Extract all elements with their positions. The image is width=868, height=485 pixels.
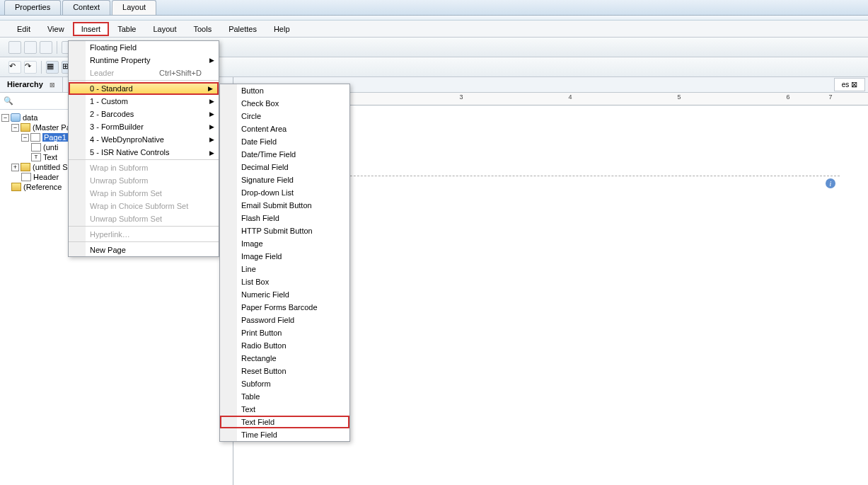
submenu-paper-barcode[interactable]: Paper Forms Barcode — [220, 301, 349, 314]
close-icon[interactable]: ⊠ — [50, 81, 55, 89]
menu-webdynpro[interactable]: 4 - WebDynproNative▶ — [69, 133, 219, 146]
submenu-signature-field[interactable]: Signature Field — [220, 173, 349, 186]
page-icon — [31, 143, 41, 152]
menu-floating-field[interactable]: Floating Field — [69, 41, 219, 54]
menu-label: New Page — [90, 246, 126, 254]
submenu-http-submit[interactable]: HTTP Submit Button — [220, 224, 349, 237]
menu-view[interactable]: View — [39, 22, 73, 36]
menu-edit[interactable]: Edit — [8, 22, 39, 36]
tab-properties[interactable]: Properties — [4, 0, 61, 15]
tb-align-right-icon[interactable] — [40, 41, 52, 54]
close-icon[interactable]: ⊠ — [851, 80, 857, 89]
collapse-icon[interactable]: − — [1, 114, 9, 122]
tree-label: data — [23, 113, 37, 122]
menu-wrap-subform-set: Wrap in Subform Set — [69, 187, 219, 200]
submenu-subform[interactable]: Subform — [220, 377, 349, 390]
menu-label: Unwrap Subform Set — [90, 215, 162, 223]
ruler-number: 4 — [568, 93, 572, 101]
submenu-checkbox[interactable]: Check Box — [220, 97, 349, 110]
submenu-arrow-icon: ▶ — [209, 57, 214, 64]
submenu-flash-field[interactable]: Flash Field — [220, 212, 349, 224]
submenu-image-field[interactable]: Image Field — [220, 250, 349, 263]
accelerator: Ctrl+Shift+D — [159, 69, 202, 77]
menu-label: Flash Field — [241, 214, 279, 222]
standard-submenu: Button Check Box Circle Content Area Dat… — [219, 84, 350, 442]
menu-standard[interactable]: 0 - Standard▶ — [69, 82, 219, 95]
doc-tab[interactable]: es ⊠ — [834, 78, 865, 91]
submenu-password-field[interactable]: Password Field — [220, 314, 349, 326]
menu-label: Email Submit Button — [241, 201, 312, 210]
title-area — [0, 16, 868, 21]
submenu-rectangle[interactable]: Rectangle — [220, 352, 349, 365]
menu-runtime-property[interactable]: Runtime Property▶ — [69, 54, 219, 67]
submenu-text[interactable]: Text — [220, 403, 349, 416]
submenu-content-area[interactable]: Content Area — [220, 122, 349, 135]
menu-label: Image — [241, 239, 263, 248]
submenu-reset-button[interactable]: Reset Button — [220, 365, 349, 377]
menu-label: 2 - Barcodes — [90, 110, 134, 118]
menu-label: Numeric Field — [241, 290, 289, 299]
menu-label: Date/Time Field — [241, 150, 296, 159]
submenu-email-submit[interactable]: Email Submit Button — [220, 199, 349, 212]
submenu-time-field[interactable]: Time Field — [220, 428, 349, 441]
menu-isr[interactable]: 5 - ISR Native Controls▶ — [69, 146, 219, 160]
panel-tab-hierarchy[interactable]: Hierarchy ⊠ — [0, 77, 63, 92]
submenu-arrow-icon: ▶ — [209, 123, 214, 130]
tab-layout[interactable]: Layout — [112, 0, 156, 15]
menu-label: Time Field — [241, 430, 277, 439]
submenu-print-button[interactable]: Print Button — [220, 326, 349, 339]
tb-undo-icon[interactable]: ↶ — [8, 61, 21, 74]
submenu-arrow-icon: ▶ — [208, 85, 213, 92]
submenu-text-field[interactable]: Text Field — [220, 416, 349, 428]
submenu-table[interactable]: Table — [220, 390, 349, 403]
menu-barcodes[interactable]: 2 - Barcodes▶ — [69, 108, 219, 120]
page-icon — [21, 173, 31, 181]
ruler-number: 3 — [459, 93, 463, 101]
expand-icon[interactable]: + — [11, 164, 19, 171]
info-icon[interactable]: i — [826, 178, 835, 188]
tb-grid-icon[interactable]: ▦ — [46, 61, 59, 74]
submenu-circle[interactable]: Circle — [220, 110, 349, 122]
menu-palettes[interactable]: Palettes — [220, 22, 265, 36]
submenu-image[interactable]: Image — [220, 237, 349, 250]
collapse-icon[interactable]: − — [11, 124, 19, 132]
menu-label: 5 - ISR Native Controls — [90, 148, 169, 156]
menu-help[interactable]: Help — [265, 22, 299, 36]
menu-label: HTTP Submit Button — [241, 227, 313, 235]
submenu-numeric-field[interactable]: Numeric Field — [220, 288, 349, 301]
menu-table[interactable]: Table — [109, 22, 144, 36]
data-icon — [11, 113, 21, 122]
submenu-radio-button[interactable]: Radio Button — [220, 339, 349, 352]
submenu-arrow-icon: ▶ — [209, 136, 214, 143]
menu-label: Table — [241, 392, 260, 401]
menu-insert[interactable]: Insert — [73, 22, 110, 36]
toolbar-separator — [41, 61, 42, 74]
menu-custom[interactable]: 1 - Custom▶ — [69, 95, 219, 108]
submenu-dropdown-list[interactable]: Drop-down List — [220, 186, 349, 199]
menu-formbuilder[interactable]: 3 - FormBuilder▶ — [69, 120, 219, 133]
menu-new-page[interactable]: New Page — [69, 244, 219, 256]
collapse-icon[interactable]: − — [21, 134, 29, 142]
menu-label: Reset Button — [241, 367, 287, 375]
tree-label: Header — [33, 173, 59, 181]
tab-context[interactable]: Context — [62, 0, 110, 15]
folder-icon — [21, 163, 30, 171]
submenu-line[interactable]: Line — [220, 263, 349, 275]
tb-align-center-icon[interactable] — [24, 41, 37, 54]
menu-layout[interactable]: Layout — [144, 22, 185, 36]
submenu-datetime-field[interactable]: Date/Time Field — [220, 148, 349, 161]
submenu-list-box[interactable]: List Box — [220, 275, 349, 288]
tb-align-left-icon[interactable] — [8, 41, 21, 54]
tree-label: (unti — [43, 143, 58, 152]
submenu-date-field[interactable]: Date Field — [220, 135, 349, 148]
menu-label: 4 - WebDynproNative — [90, 135, 164, 144]
tb-redo-icon[interactable]: ↷ — [24, 61, 37, 74]
menu-label: Text Field — [241, 418, 274, 426]
search-icon[interactable]: 🔍 — [3, 96, 14, 107]
submenu-button[interactable]: Button — [220, 84, 349, 97]
menu-tools[interactable]: Tools — [185, 22, 220, 36]
tree-label: Page1 — [42, 133, 68, 142]
submenu-decimal-field[interactable]: Decimal Field — [220, 161, 349, 173]
menu-label: Paper Forms Barcode — [241, 303, 318, 312]
menu-label: Decimal Field — [241, 163, 289, 171]
